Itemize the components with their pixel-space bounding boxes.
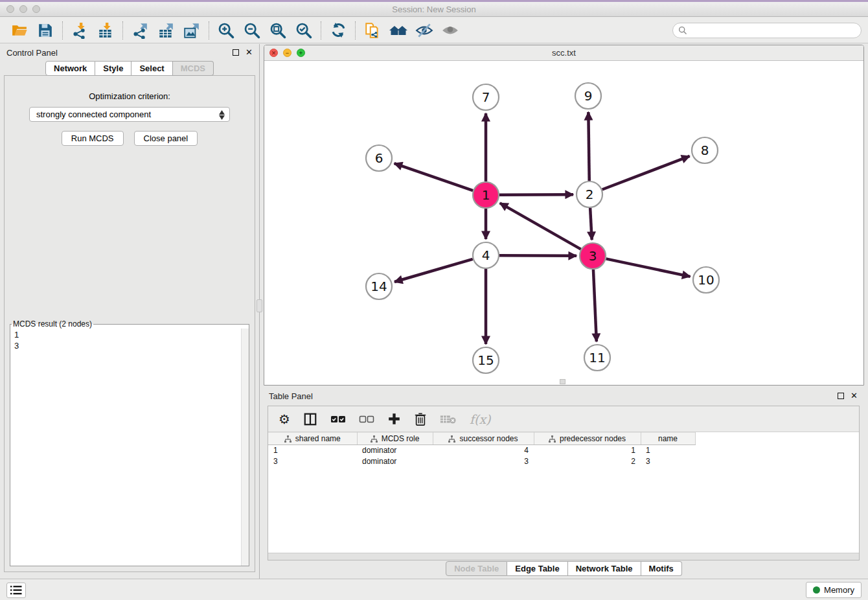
tab-style[interactable]: Style [95,61,131,76]
edge-2-3[interactable] [590,208,592,240]
edge-4-3[interactable] [499,255,577,256]
network-maximize-icon[interactable]: + [297,49,305,57]
tab-motifs[interactable]: Motifs [641,561,682,576]
table-row[interactable]: 3dominator323 [268,456,695,467]
result-item[interactable]: 1 [14,329,237,340]
table-cell[interactable]: 4 [433,445,534,456]
search-field[interactable] [672,23,862,38]
table-row[interactable]: 1dominator411 [268,445,695,456]
column-header-predecessor-nodes[interactable]: predecessor nodes [534,433,641,445]
toolbar-separator [321,21,321,40]
delete-column-icon[interactable] [414,412,427,426]
node-label-11: 11 [589,350,605,365]
column-header-MCDS-role[interactable]: MCDS role [357,433,433,445]
show-all-icon[interactable] [437,20,463,41]
control-panel-title: Control Panel [6,48,58,58]
search-icon [678,26,687,35]
network-title: scc.txt [264,48,863,58]
tab-mcds[interactable]: MCDS [173,61,214,76]
table-hscrollbar[interactable] [268,553,859,560]
tab-network-table[interactable]: Network Table [568,561,641,576]
column-header-successor-nodes[interactable]: successor nodes [433,433,534,445]
table-tabs: Node Table Edge Table Network Table Moti… [264,561,864,576]
close-table-panel-icon[interactable]: ✕ [851,393,858,399]
table-cell[interactable]: 1 [641,445,695,456]
export-table-icon[interactable] [153,20,179,41]
splitter-grip[interactable] [257,299,262,312]
table-panel-title: Table Panel [269,391,313,401]
main-toolbar [0,17,868,43]
edge-3-10[interactable] [606,259,691,276]
table-cell[interactable]: 1 [268,445,357,456]
tab-network[interactable]: Network [45,61,95,76]
column-type-icon [284,435,291,443]
edge-3-1[interactable] [500,203,581,249]
close-panel-button[interactable]: Close panel [134,131,198,146]
table-cell[interactable]: dominator [357,456,433,467]
memory-button[interactable]: Memory [806,582,862,598]
run-mcds-button[interactable]: Run MCDS [62,131,124,146]
hide-selected-icon[interactable] [411,20,437,41]
toolbar-separator [355,21,356,40]
save-session-icon[interactable] [32,20,58,41]
tab-edge-table[interactable]: Edge Table [507,561,567,576]
edge-2-8[interactable] [602,156,690,190]
table-cell[interactable]: 3 [641,456,695,467]
import-network-icon[interactable] [67,20,93,41]
table-settings-icon[interactable]: ⚙ [279,413,290,426]
column-label: MCDS role [382,434,420,443]
network-close-icon[interactable]: ✕ [269,49,278,57]
search-input[interactable] [691,26,856,35]
edge-4-14[interactable] [394,259,473,282]
node-label-1: 1 [482,187,490,203]
zoom-selected-icon[interactable] [291,20,317,41]
column-type-icon [549,435,556,443]
edge-1-2[interactable] [499,194,573,195]
mcds-result-list[interactable]: 13 [10,329,241,566]
table-header-row: shared nameMCDS rolesuccessor nodesprede… [268,433,695,445]
show-columns-icon[interactable] [303,412,317,426]
column-header-shared-name[interactable]: shared name [268,433,357,445]
select-all-icon[interactable] [330,413,346,425]
deselect-all-icon[interactable] [359,413,374,425]
home-view-icon[interactable] [385,20,411,41]
table-cell[interactable]: 3 [433,456,534,467]
float-panel-icon[interactable] [233,49,239,56]
network-window-titlebar: ✕ − + scc.txt [264,45,863,61]
network-minimize-icon[interactable]: − [283,49,291,57]
criterion-dropdown[interactable]: strongly connected component [29,107,230,122]
float-table-panel-icon[interactable] [838,393,844,399]
task-history-button[interactable] [6,583,26,598]
open-session-icon[interactable] [6,20,32,41]
edge-1-6[interactable] [394,163,474,190]
table-cell[interactable]: dominator [357,445,433,456]
node-label-9: 9 [584,88,593,104]
table-body: 1dominator4113dominator323 [268,445,695,467]
clone-network-icon[interactable] [360,20,385,41]
zoom-fit-icon[interactable] [265,20,291,41]
import-table-icon[interactable] [93,20,119,41]
table-cell[interactable]: 2 [534,456,641,467]
tab-select[interactable]: Select [131,61,172,76]
zoom-in-icon[interactable] [213,20,239,41]
table-cell[interactable]: 3 [268,456,357,467]
table-cell[interactable]: 1 [534,445,641,456]
export-image-icon[interactable] [179,20,205,41]
network-scroll-grip[interactable] [560,379,565,384]
tab-node-table[interactable]: Node Table [446,561,507,576]
export-network-icon[interactable] [127,20,153,41]
column-header-name[interactable]: name [641,433,695,445]
result-scrollbar[interactable] [241,329,249,566]
add-column-icon[interactable] [387,412,401,426]
window-title: Session: New Session [0,5,868,14]
result-item[interactable]: 3 [14,340,237,351]
edge-3-11[interactable] [593,270,597,341]
close-panel-icon[interactable]: ✕ [246,49,253,56]
refresh-view-icon[interactable] [325,20,351,41]
edge-2-9[interactable] [588,112,589,181]
column-label: successor nodes [459,434,518,443]
control-panel: Control Panel ✕ Network Style Select MCD… [0,44,260,579]
network-canvas[interactable]: 7968124314101511 [264,61,863,385]
mcds-result-box: MCDS result (2 nodes) 13 [10,319,249,566]
zoom-out-icon[interactable] [239,20,265,41]
